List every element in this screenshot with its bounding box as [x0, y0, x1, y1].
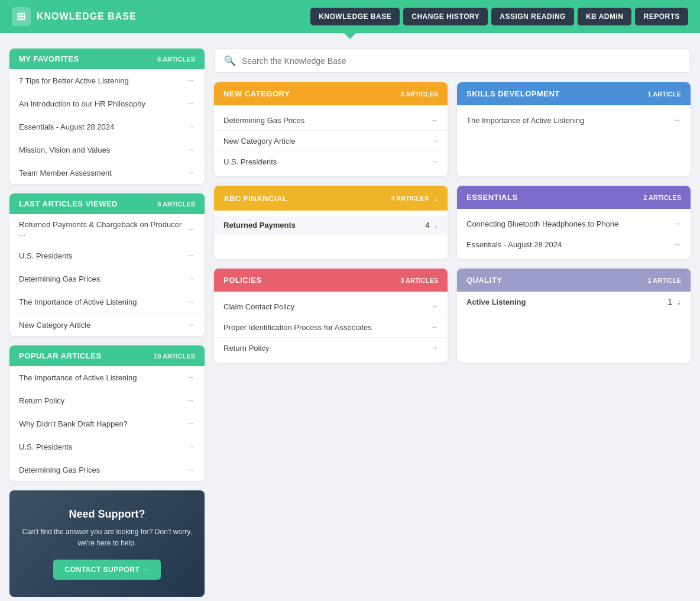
- favorites-card: MY FAVORITES 6 ARTICLES 7 Tips for Bette…: [9, 49, 205, 184]
- categories-bottom-row: POLICIES 3 ARTICLES Claim Contact Policy…: [214, 269, 691, 363]
- new-category-list: Determining Gas Prices → New Category Ar…: [214, 105, 448, 176]
- support-title: Need Support?: [21, 508, 193, 521]
- main-container: MY FAVORITES 6 ARTICLES 7 Tips for Bette…: [0, 39, 700, 601]
- new-category-count: 3 ARTICLES: [400, 91, 438, 98]
- list-item[interactable]: Returned Payments & Chargeback on Produc…: [9, 214, 205, 244]
- list-item[interactable]: Proper Identification Process for Associ…: [214, 317, 448, 338]
- list-item[interactable]: The Importance of Active Listening →: [9, 366, 205, 389]
- item-text: U.S. Presidents: [223, 157, 277, 166]
- policies-count: 3 ARTICLES: [400, 277, 438, 284]
- support-description: Can't find the answer you are looking fo…: [21, 526, 193, 549]
- item-text: Essentials - August 28 2024: [466, 240, 562, 249]
- nav-change-history[interactable]: CHANGE HISTORY: [403, 8, 488, 25]
- item-text: Return Policy: [223, 344, 269, 353]
- favorites-count: 6 ARTICLES: [157, 56, 195, 63]
- item-text: Determining Gas Prices: [19, 274, 100, 283]
- item-text: Connecting Bluetooth Headphones to Phone: [466, 219, 618, 228]
- essentials-card: ESSENTIALS 2 ARTICLES Connecting Bluetoo…: [457, 186, 691, 259]
- quality-header: QUALITY 1 ARTICLE: [457, 269, 691, 292]
- item-text: U.S. Presidents: [19, 251, 72, 260]
- list-item[interactable]: Essentials - August 28 2024 →: [9, 115, 205, 138]
- content-area: 🔍 NEW CATEGORY 3 ARTICLES Determining Ga…: [214, 49, 691, 597]
- quality-card: QUALITY 1 ARTICLE Active Listening 1 ↓: [457, 269, 691, 363]
- search-bar: 🔍: [214, 49, 691, 73]
- item-text: Claim Contact Policy: [223, 302, 294, 311]
- last-viewed-header: LAST ARTICLES VIEWED 8 ARTICLES: [9, 193, 205, 214]
- item-text: Team Member Assessment: [19, 169, 112, 177]
- policies-title: POLICIES: [223, 276, 262, 285]
- popular-header: POPULAR ARTICLES 10 ARTICLES: [9, 345, 205, 366]
- support-card: Need Support? Can't find the answer you …: [9, 490, 205, 597]
- list-item[interactable]: U.S. Presidents →: [9, 244, 205, 267]
- arrow-icon: →: [673, 115, 681, 125]
- list-item[interactable]: Determining Gas Prices →: [9, 458, 205, 481]
- list-item[interactable]: Return Policy →: [214, 338, 448, 358]
- list-item[interactable]: Why Didn't Bank Draft Happen? →: [9, 412, 205, 435]
- cat-header-right: 4 ARTICLES ↓: [391, 193, 438, 203]
- list-item[interactable]: Mission, Vision and Values →: [9, 138, 205, 161]
- quality-title: QUALITY: [466, 276, 503, 285]
- arrow-icon: →: [186, 418, 195, 429]
- arrow-icon: →: [186, 395, 195, 406]
- cat-header-right: 2 ARTICLES: [643, 194, 681, 201]
- categories-middle-row: ABC FINANCIAL 4 ARTICLES ↓ Returned Paym…: [214, 186, 691, 259]
- favorites-title: MY FAVORITES: [19, 54, 79, 63]
- list-item[interactable]: New Category Article →: [214, 131, 448, 151]
- arrow-icon: →: [430, 322, 438, 332]
- contact-support-button[interactable]: CONTACT SUPPORT →: [53, 560, 161, 580]
- item-text: The Importance of Active Listening: [19, 298, 137, 306]
- search-input[interactable]: [242, 56, 680, 66]
- last-viewed-card: LAST ARTICLES VIEWED 8 ARTICLES Returned…: [9, 193, 205, 336]
- policies-list: Claim Contact Policy → Proper Identifica…: [214, 292, 448, 363]
- list-item[interactable]: Determining Gas Prices →: [214, 110, 448, 131]
- quality-count: 1 ARTICLE: [648, 277, 681, 284]
- abc-financial-count: 4 ARTICLES: [391, 195, 429, 202]
- categories-top-row: NEW CATEGORY 3 ARTICLES Determining Gas …: [214, 82, 691, 176]
- list-item[interactable]: Essentials - August 28 2024 →: [457, 234, 691, 254]
- returned-payments-row[interactable]: Returned Payments 4 ↓: [214, 215, 448, 235]
- list-item[interactable]: The Importance of Active Listening →: [9, 290, 205, 314]
- list-item[interactable]: The Importance of Active Listening →: [457, 110, 691, 130]
- list-item[interactable]: Claim Contact Policy →: [214, 296, 448, 317]
- nav-reports[interactable]: REPORTS: [635, 8, 688, 25]
- list-item[interactable]: An Introduction to our HR Philosophy →: [9, 92, 205, 115]
- list-item[interactable]: Team Member Assessment →: [9, 161, 205, 184]
- item-text: Why Didn't Bank Draft Happen?: [19, 419, 128, 428]
- abc-financial-header: ABC FINANCIAL 4 ARTICLES ↓: [214, 186, 448, 211]
- arrow-icon: →: [673, 240, 681, 249]
- abc-financial-title: ABC FINANCIAL: [223, 194, 287, 203]
- cat-header-right: 3 ARTICLES: [400, 91, 438, 98]
- item-text: Returned Payments & Chargeback on Produc…: [19, 220, 186, 238]
- item-text: The Importance of Active Listening: [19, 373, 137, 382]
- nav-kb-admin[interactable]: KB ADMIN: [578, 8, 632, 25]
- list-item[interactable]: Return Policy →: [9, 389, 205, 412]
- list-item[interactable]: New Category Article →: [9, 314, 205, 336]
- new-category-header: NEW CATEGORY 3 ARTICLES: [214, 82, 448, 105]
- last-viewed-count: 8 ARTICLES: [157, 201, 195, 208]
- essentials-list: Connecting Bluetooth Headphones to Phone…: [457, 209, 691, 259]
- skills-development-card: SKILLS DEVELOPMENT 1 ARTICLE The Importa…: [457, 82, 691, 176]
- new-category-card: NEW CATEGORY 3 ARTICLES Determining Gas …: [214, 82, 448, 176]
- list-item[interactable]: 7 Tips for Better Active Listening →: [9, 69, 205, 92]
- active-listening-row[interactable]: Active Listening 1 ↓: [457, 292, 691, 312]
- nav-knowledge-base[interactable]: KNOWLEDGE BASE: [310, 8, 400, 25]
- item-text: Essentials - August 28 2024: [19, 122, 114, 131]
- arrow-icon: →: [186, 372, 195, 383]
- arrow-icon: →: [430, 115, 438, 125]
- sidebar: MY FAVORITES 6 ARTICLES 7 Tips for Bette…: [9, 49, 205, 597]
- list-item[interactable]: Connecting Bluetooth Headphones to Phone…: [457, 214, 691, 234]
- last-viewed-title: LAST ARTICLES VIEWED: [19, 199, 118, 208]
- favorites-list: 7 Tips for Better Active Listening → An …: [9, 69, 205, 184]
- header-nav: KNOWLEDGE BASE CHANGE HISTORY ASSIGN REA…: [310, 8, 688, 25]
- list-item[interactable]: U.S. Presidents →: [214, 151, 448, 172]
- essentials-title: ESSENTIALS: [466, 193, 518, 202]
- arrow-icon: →: [186, 167, 195, 178]
- nav-assign-reading[interactable]: ASSIGN READING: [491, 8, 574, 25]
- chevron-down-icon: ↓: [677, 297, 681, 306]
- list-item[interactable]: U.S. Presidents →: [9, 435, 205, 458]
- item-text: Mission, Vision and Values: [19, 146, 110, 154]
- list-item[interactable]: Determining Gas Prices →: [9, 267, 205, 290]
- app-header: ⊞ KNOWLEDGE BASE KNOWLEDGE BASE CHANGE H…: [0, 0, 700, 33]
- item-text: An Introduction to our HR Philosophy: [19, 99, 145, 108]
- row-right: 1 ↓: [667, 297, 681, 306]
